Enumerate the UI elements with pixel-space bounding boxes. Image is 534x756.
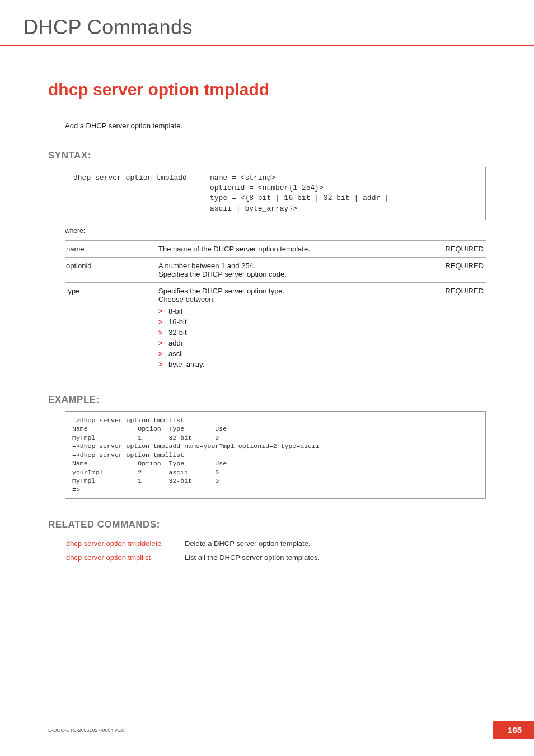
param-row: optionid A number between 1 and 254. Spe…: [65, 257, 486, 282]
param-option: >8-bit: [158, 306, 429, 316]
example-box: =>dhcp server option tmpllist Name Optio…: [65, 411, 486, 500]
option-label: addr: [168, 339, 183, 347]
related-table: dhcp server option tmpldelete Delete a D…: [65, 536, 321, 565]
param-desc: The name of the DHCP server option templ…: [157, 240, 433, 257]
related-heading: RELATED COMMANDS:: [48, 519, 486, 530]
chevron-icon: >: [158, 318, 168, 326]
chapter-title: DHCP Commands: [24, 16, 534, 39]
param-required: REQUIRED: [433, 282, 486, 374]
option-label: byte_array.: [168, 360, 204, 368]
option-label: ascii: [168, 349, 183, 358]
content-area: dhcp server option tmpladd Add a DHCP se…: [0, 46, 534, 565]
page-header: DHCP Commands: [0, 0, 534, 46]
param-option: >byte_array.: [158, 359, 429, 370]
param-name: type: [65, 282, 157, 374]
related-row: dhcp server option tmpllist List all the…: [66, 551, 320, 564]
param-desc: A number between 1 and 254. Specifies th…: [157, 257, 433, 282]
param-option: >addr: [158, 338, 429, 348]
param-option: >16-bit: [158, 316, 429, 327]
param-required: REQUIRED: [433, 240, 486, 257]
command-intro: Add a DHCP server option template.: [65, 122, 486, 130]
chevron-icon: >: [158, 339, 168, 347]
doc-id: E-DOC-CTC-20061027-0004 v1.0: [48, 727, 124, 733]
option-label: 32-bit: [168, 328, 187, 337]
param-required: REQUIRED: [433, 257, 486, 282]
param-name: optionid: [65, 257, 157, 282]
param-name: name: [65, 240, 157, 257]
syntax-section: SYNTAX: dhcp server option tmpladd name …: [48, 150, 486, 374]
param-option-list: >8-bit >16-bit >32-bit >addr >ascii >byt…: [158, 306, 429, 370]
example-heading: EXAMPLE:: [48, 394, 486, 405]
page-number: 165: [493, 721, 534, 739]
command-title: dhcp server option tmpladd: [48, 80, 486, 99]
example-section: EXAMPLE: =>dhcp server option tmpllist N…: [48, 394, 486, 500]
syntax-heading: SYNTAX:: [48, 150, 486, 161]
syntax-cmd: dhcp server option tmpladd: [73, 173, 210, 214]
param-option: >32-bit: [158, 327, 429, 338]
param-row: name The name of the DHCP server option …: [65, 240, 486, 257]
related-section: RELATED COMMANDS: dhcp server option tmp…: [48, 519, 486, 565]
syntax-args: name = <string> optionid = <number{1-254…: [210, 173, 389, 214]
related-desc: List all the DHCP server option template…: [185, 551, 320, 564]
param-desc-text: Specifies the DHCP server option type. C…: [158, 287, 284, 304]
syntax-box: dhcp server option tmpladd name = <strin…: [65, 167, 486, 220]
param-desc: Specifies the DHCP server option type. C…: [157, 282, 433, 374]
chevron-icon: >: [158, 328, 168, 337]
param-table: name The name of the DHCP server option …: [65, 240, 486, 374]
param-row: type Specifies the DHCP server option ty…: [65, 282, 486, 374]
related-row: dhcp server option tmpldelete Delete a D…: [66, 537, 320, 550]
chevron-icon: >: [158, 349, 168, 358]
param-option: >ascii: [158, 348, 429, 359]
related-desc: Delete a DHCP server option template.: [185, 537, 320, 550]
related-cmd: dhcp server option tmpllist: [66, 551, 184, 564]
page-footer: E-DOC-CTC-20061027-0004 v1.0 165: [48, 721, 534, 739]
option-label: 8-bit: [168, 307, 182, 315]
chevron-icon: >: [158, 307, 168, 315]
chevron-icon: >: [158, 360, 168, 368]
related-cmd: dhcp server option tmpldelete: [66, 537, 184, 550]
option-label: 16-bit: [168, 318, 187, 326]
where-label: where:: [65, 227, 486, 235]
